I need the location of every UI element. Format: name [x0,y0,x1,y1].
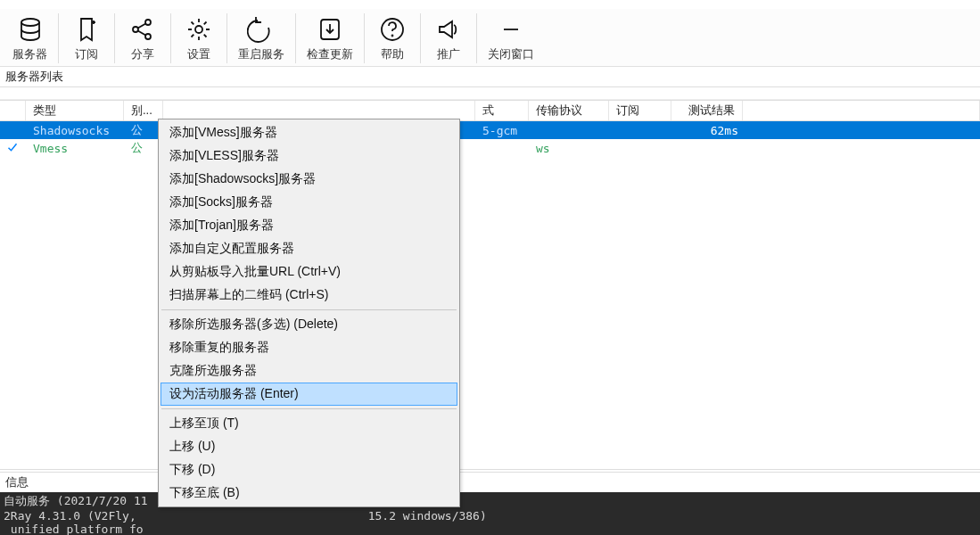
server-grid: 类型 别... 式 传输协议 订阅 测试结果 Shadowsocks 公 5-g… [0,100,980,157]
menu-add-vmess[interactable]: 添加[VMess]服务器 [161,121,457,144]
megaphone-icon [433,14,464,45]
menu-remove-selected[interactable]: 移除所选服务器(多选) (Delete) [161,313,457,336]
download-icon [315,14,345,45]
separator [476,13,477,63]
settings-button[interactable]: 设置 [173,12,225,64]
help-button[interactable]: 帮助 [366,12,418,64]
restart-button[interactable]: 重启服务 [229,12,293,64]
separator [295,13,296,63]
server-row[interactable]: Shadowsocks 公 5-gcm 62ms [0,121,980,140]
column-transport[interactable]: 传输协议 [529,101,609,121]
menu-add-socks[interactable]: 添加[Socks]服务器 [161,191,457,214]
row-encrypt [475,139,529,157]
checkmark-icon [7,142,18,152]
refresh-icon [246,14,276,45]
row-test: 62ms [671,121,743,140]
row-test [671,139,743,157]
column-subscription[interactable]: 订阅 [609,101,671,121]
column-filler [743,101,980,121]
menu-move-top[interactable]: 上移至顶 (T) [161,412,457,435]
settings-label: 设置 [187,46,210,62]
close-window-button[interactable]: 关闭窗口 [479,12,543,64]
share-icon [128,14,158,45]
log-output[interactable]: 自动服务 (2021/7/20 11 2Ray 4.31.0 (V2Fly,15… [0,492,980,535]
info-panel-title: 信息 [0,473,980,493]
gear-icon [184,14,214,45]
svg-point-0 [21,19,39,26]
menu-scan-qr[interactable]: 扫描屏幕上的二维码 (Ctrl+S) [161,284,457,307]
servers-button[interactable]: 服务器 [4,12,56,64]
menu-move-bottom[interactable]: 下移至底 (B) [161,482,457,505]
help-icon [377,14,408,45]
main-toolbar: 服务器 订阅 分享 设置 重启服务 检查更新 [0,9,980,67]
menu-clone[interactable]: 克隆所选服务器 [161,359,457,383]
subscription-label: 订阅 [75,46,98,62]
share-button[interactable]: 分享 [117,12,169,64]
column-alias[interactable]: 别... [124,101,163,121]
menu-add-shadowsocks[interactable]: 添加[Shadowsocks]服务器 [161,168,457,191]
database-icon [15,14,45,45]
row-marker [0,139,26,157]
share-label: 分享 [131,46,154,62]
row-type: Shadowsocks [26,121,124,140]
separator [58,13,59,63]
row-marker [0,121,26,140]
svg-point-3 [145,34,151,39]
menu-add-custom[interactable]: 添加自定义配置服务器 [161,237,457,260]
menu-move-up[interactable]: 上移 (U) [161,435,457,458]
menu-add-trojan[interactable]: 添加[Trojan]服务器 [161,214,457,237]
separator [364,13,365,63]
close-window-label: 关闭窗口 [488,46,534,62]
log-line: 自动服务 (2021/7/20 11 [4,494,148,507]
row-alias: 公 [124,139,163,157]
log-line-tail: 15.2 windows/386) [368,509,487,523]
menu-move-down[interactable]: 下移 (D) [161,458,457,482]
svg-point-4 [195,26,202,33]
promo-button[interactable]: 推广 [423,12,474,64]
row-transport [529,121,609,140]
minus-icon [496,14,526,45]
column-marker[interactable] [0,101,26,121]
servers-label: 服务器 [12,46,47,62]
menu-add-vless[interactable]: 添加[VLESS]服务器 [161,144,457,168]
row-sub [609,139,671,157]
column-test-result[interactable]: 测试结果 [671,101,743,121]
check-update-button[interactable]: 检查更新 [298,12,362,64]
svg-point-2 [145,20,151,25]
separator [420,13,421,63]
log-line: unified platform fo [4,523,144,535]
menu-set-active[interactable]: 设为活动服务器 (Enter) [161,383,457,406]
subscription-button[interactable]: 订阅 [61,12,112,64]
promo-label: 推广 [437,46,460,62]
separator [114,13,115,63]
row-type: Vmess [26,139,124,157]
row-encrypt: 5-gcm [475,121,529,140]
separator [170,13,171,63]
help-label: 帮助 [381,46,404,62]
separator [226,13,227,63]
server-context-menu: 添加[VMess]服务器 添加[VLESS]服务器 添加[Shadowsocks… [158,119,460,507]
column-type[interactable]: 类型 [26,101,124,121]
server-row[interactable]: Vmess 公 ws [0,139,980,157]
menu-remove-duplicate[interactable]: 移除重复的服务器 [161,336,457,359]
row-sub [609,121,671,140]
menu-separator [161,309,457,310]
log-line: 2Ray 4.31.0 (V2Fly, [4,509,136,523]
column-encrypt-tail[interactable]: 式 [475,101,529,121]
row-alias: 公 [124,121,163,140]
bookmark-plus-icon [71,14,102,45]
menu-separator [161,408,457,409]
restart-label: 重启服务 [238,46,284,62]
server-list-title: 服务器列表 [0,67,980,87]
menu-import-clipboard[interactable]: 从剪贴板导入批量URL (Ctrl+V) [161,260,457,284]
row-transport: ws [529,139,609,157]
svg-point-1 [133,27,138,32]
svg-point-7 [392,36,393,37]
update-label: 检查更新 [307,46,353,62]
